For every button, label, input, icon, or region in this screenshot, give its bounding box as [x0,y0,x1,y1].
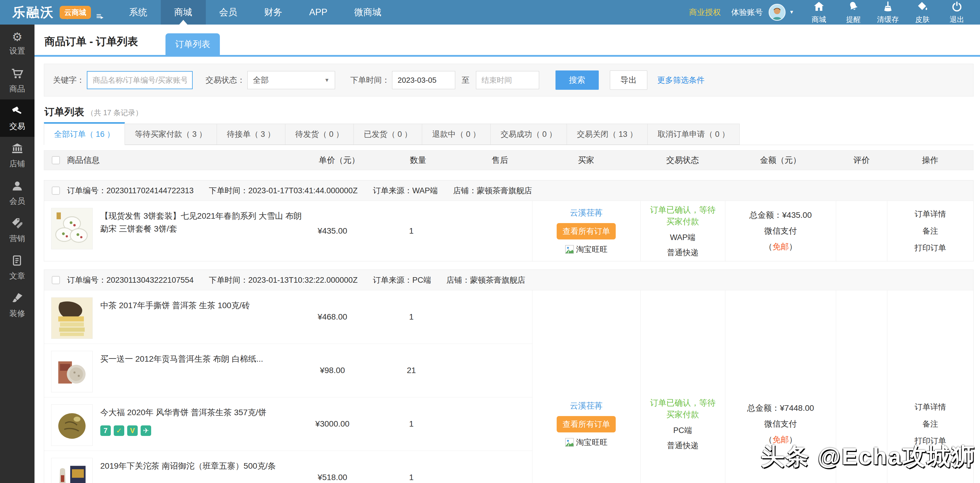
sidebar-item-member[interactable]: 会员 [0,174,35,212]
header-underline [35,55,980,57]
tab-await-accept[interactable]: 待接单（ 3 ） [217,124,285,145]
order-shop: 店铺：蒙顿茶膏旗舰店 [453,185,532,196]
product-price: ¥98.00 [303,344,362,397]
buyer-name-link[interactable]: 云溪荏苒 [570,207,603,218]
status-shipping: 普通快递 [667,440,698,451]
product-thumbnail[interactable] [51,351,93,392]
quick-action-mall[interactable]: 商城 [802,0,836,25]
export-button[interactable]: 导出 [610,70,647,90]
menu-toggle-icon[interactable]: ≡▸ [96,11,103,21]
page-header: 商品订单 - 订单列表 订单列表 [35,25,980,55]
menu-item-member[interactable]: 会员 [206,0,251,25]
product-name[interactable]: 中茶 2017年手撕饼 普洱茶 生茶 100克/砖 [100,299,303,312]
select-all-checkbox[interactable] [52,156,60,164]
product-qty: 1 [362,201,461,261]
status-text: 订单已确认，等待买家付款 [646,204,719,227]
tab-all-orders[interactable]: 全部订单（ 16 ） [44,122,125,145]
sidebar-item-marketing[interactable]: 营销 [0,212,35,249]
remark-link[interactable]: 备注 [923,418,938,430]
badge-v-icon: V [127,426,138,436]
guarantee-badges: 7 ✓ V ✈ [100,426,303,436]
page-title: 商品订单 - 订单列表 [45,35,138,49]
gavel-icon [11,105,24,119]
record-count: （共 17 条记录） [86,108,143,117]
col-goods-info: 商品信息 [67,155,100,166]
sidebar-item-settings[interactable]: ⚙ 设置 [0,25,35,62]
menu-item-system[interactable]: 系统 [116,0,161,25]
product-name[interactable]: 今大福 2020年 风华青饼 普洱茶生茶 357克/饼 [100,406,303,419]
product-thumbnail[interactable] [51,404,93,446]
order-checkbox[interactable] [52,276,60,284]
product-thumbnail[interactable] [51,458,93,483]
search-button[interactable]: 搜索 [555,70,599,90]
broken-image-icon [565,245,574,254]
buyer-name-link[interactable]: 云溪荏苒 [570,400,603,412]
tab-shipped[interactable]: 已发货（ 0 ） [354,124,422,145]
app-logo: 乐融沃 [12,4,54,21]
product-name[interactable]: 买一送一 2012年贡马普洱生茶 布朗 白棉纸... [100,353,303,365]
menu-item-wechat-mall[interactable]: 微商城 [341,0,395,25]
order-checkbox[interactable] [52,186,60,195]
col-trade-status: 交易状态 [640,151,725,170]
status-text: 订单已确认，等待买家付款 [646,397,719,420]
start-date-input[interactable] [392,71,455,89]
order-detail-link[interactable]: 订单详情 [915,208,946,220]
order-admin-page: 乐融沃 云商城 ≡▸ 系统 商城 会员 财务 APP 微商城 商业授权 体验账号… [0,0,980,483]
payment-method: 微信支付 [764,418,797,429]
evaluation-cell [836,201,887,261]
status-source: WAP端 [670,232,695,243]
col-operation: 操作 [887,151,973,170]
order-detail-link[interactable]: 订单详情 [915,401,946,413]
broom-icon [882,1,894,13]
nav-right-cluster: 商业授权 体验账号 ▼ 商城 提醒 清缓存 皮肤 [689,0,980,25]
tab-order-list[interactable]: 订单列表 [165,33,220,55]
product-name[interactable]: 【现货发售 3饼套装】七见2021年春韵系列 大雪山 布朗 勐宋 三饼套餐 3饼… [100,210,303,235]
tab-await-ship[interactable]: 待发货（ 0 ） [285,124,354,145]
quick-action-logout[interactable]: 退出 [940,0,974,25]
order-meta-row: 订单编号：20230117024144722313 下单时间：2023-01-1… [44,180,973,201]
product-thumbnail[interactable] [51,297,93,339]
quick-action-remind[interactable]: 提醒 [836,0,871,25]
active-pointer [179,20,188,25]
order-time-label: 下单时间： [350,75,390,85]
avatar[interactable] [768,4,786,21]
keyword-input[interactable] [87,71,192,89]
view-all-orders-button[interactable]: 查看所有订单 [557,223,616,240]
sidebar-item-shop[interactable]: 店铺 [0,137,35,174]
quick-action-clear-cache[interactable]: 清缓存 [871,0,905,25]
chevron-down-icon[interactable]: ▼ [789,10,794,15]
menu-item-app[interactable]: APP [296,0,341,25]
im-contact[interactable]: 淘宝旺旺 [565,437,608,448]
col-amount: 金额（元） [725,151,836,170]
im-contact[interactable]: 淘宝旺旺 [565,244,608,255]
buyer-cell: 云溪荏苒 查看所有订单 淘宝旺旺 [532,290,640,483]
view-all-orders-button[interactable]: 查看所有订单 [557,416,616,432]
tab-closed[interactable]: 交易关闭（ 13 ） [567,124,648,145]
product-name[interactable]: 2019年下关沱茶 南诏御沱（班章五寨）500克/条 [100,459,303,472]
doc-icon [11,254,24,269]
top-navbar: 乐融沃 云商城 ≡▸ 系统 商城 会员 财务 APP 微商城 商业授权 体验账号… [0,0,980,25]
product-aftersale [461,344,525,397]
end-date-input[interactable] [476,71,539,89]
product-price: ¥468.00 [303,290,362,343]
tab-await-payment[interactable]: 等待买家付款（ 3 ） [125,124,217,145]
menu-item-mall[interactable]: 商城 [161,0,206,25]
order-status-tabs: 全部订单（ 16 ） 等待买家付款（ 3 ） 待接单（ 3 ） 待发货（ 0 ）… [44,122,974,145]
business-auth-link[interactable]: 商业授权 [689,7,721,17]
sidebar-item-decorate[interactable]: 装修 [0,286,35,324]
remark-link[interactable]: 备注 [923,225,938,237]
trade-status-select[interactable]: 全部 ▼ [247,71,335,89]
menu-item-finance[interactable]: 财务 [251,0,296,25]
print-order-link[interactable]: 打印订单 [915,242,946,254]
sidebar-item-trade[interactable]: 交易 [0,99,35,137]
product-thumbnail[interactable] [51,208,93,249]
sidebar-item-goods[interactable]: 商品 [0,62,35,99]
more-filters-link[interactable]: 更多筛选条件 [657,75,705,85]
tab-success[interactable]: 交易成功（ 0 ） [491,124,567,145]
quick-action-skin[interactable]: 皮肤 [905,0,940,25]
sidebar-item-article[interactable]: 文章 [0,249,35,286]
tab-refunding[interactable]: 退款中（ 0 ） [422,124,491,145]
list-heading: 订单列表（共 17 条记录） [45,105,980,119]
badge-7days-icon: 7 [100,426,111,436]
tab-cancel-request[interactable]: 取消订单申请（ 0 ） [648,124,740,145]
